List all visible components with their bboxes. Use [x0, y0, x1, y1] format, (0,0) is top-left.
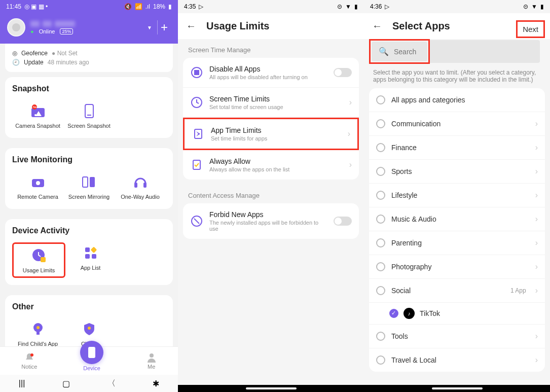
home-indicator-bar — [364, 385, 550, 392]
search-input-wrapper[interactable]: 🔍 — [372, 42, 427, 61]
phone-1: 11:45 ◎ ▣ ▦ • 🔇 📶 .ıl 18% ▮ ● Online 25%… — [0, 0, 178, 392]
battery-icon: ▮ — [354, 3, 358, 10]
toggle[interactable] — [334, 217, 352, 226]
add-button[interactable]: + — [157, 20, 171, 34]
shield-icon — [83, 322, 95, 336]
chevron-right-icon: › — [535, 215, 538, 224]
screen-mirroring[interactable]: Screen Mirroring — [63, 171, 115, 202]
category-finance[interactable]: Finance› — [369, 136, 545, 160]
battery-pct: 18% — [153, 3, 165, 10]
svg-text:New: New — [33, 105, 38, 109]
android-nav: ||| ▢ 〈 ✱ — [0, 375, 178, 392]
category-photography[interactable]: Photography› — [369, 255, 545, 279]
profile-dropdown-icon[interactable]: ▼ — [147, 25, 152, 30]
app-list[interactable]: App List — [65, 242, 116, 278]
radio[interactable] — [376, 167, 385, 176]
chevron-right-icon: › — [535, 191, 538, 200]
category-sports[interactable]: Sports› — [369, 160, 545, 184]
chevron-right-icon: › — [349, 160, 352, 169]
category-music-audio[interactable]: Music & Audio› — [369, 207, 545, 231]
svg-rect-8 — [83, 177, 88, 187]
setting-icon — [190, 158, 203, 171]
radio[interactable] — [376, 95, 385, 104]
wifi-icon: 📶 — [135, 3, 142, 10]
setting-forbid-new-apps[interactable]: Forbid New AppsThe newly installed apps … — [183, 203, 359, 239]
camera-icon — [31, 176, 45, 188]
recent-icon[interactable]: ||| — [19, 379, 25, 388]
profile-name — [30, 21, 142, 27]
device-details: ◎ Geofence ● Not Set 🕘 Update 48 minutes… — [5, 44, 173, 72]
screen-snapshot[interactable]: Screen Snapshot — [63, 100, 115, 131]
monitoring-title: Live Monitoring — [12, 155, 166, 164]
radio[interactable] — [376, 215, 385, 224]
svg-rect-14 — [85, 247, 90, 252]
phone-2: 4:35 ▷ ⊝ ▼ ▮ ← Usage Limits Screen Time … — [178, 0, 364, 392]
radio[interactable] — [376, 355, 385, 365]
svg-rect-17 — [92, 254, 96, 259]
nav-notice[interactable]: Notice — [21, 352, 37, 370]
toggle[interactable] — [334, 68, 352, 77]
camera-snapshot-icon: New — [29, 104, 47, 118]
camera-snapshot[interactable]: New Camera Snapshot — [12, 100, 63, 131]
category-communication[interactable]: Communication› — [369, 112, 545, 136]
search-bar-rest[interactable] — [430, 40, 540, 63]
app-tiktok[interactable]: ♪TikTok — [369, 303, 545, 325]
update-value: 48 minutes ago — [48, 59, 89, 66]
category-parenting[interactable]: Parenting› — [369, 231, 545, 255]
category-travel-local[interactable]: Travel & Local› — [369, 348, 545, 372]
accessibility-icon[interactable]: ✱ — [153, 379, 159, 388]
radio[interactable] — [376, 332, 385, 341]
back-button[interactable]: ← — [372, 20, 382, 32]
home-indicator-bar — [178, 385, 364, 392]
battery-icon: ▮ — [540, 3, 544, 10]
nav-me[interactable]: Me — [146, 352, 157, 370]
status-bar: 4:35 ▷ ⊝ ▼ ▮ — [178, 0, 364, 13]
radio-checked[interactable] — [389, 309, 398, 318]
dnd-icon: ⊝ — [523, 3, 528, 10]
activity-card: Device Activity Usage Limits App List — [5, 219, 173, 285]
svg-point-20 — [36, 326, 40, 329]
setting-disable-all-apps[interactable]: Disable All AppsAll apps will be disable… — [183, 58, 359, 88]
setting-always-allow[interactable]: Always AllowAlways allow the apps on the… — [183, 150, 359, 180]
setting-screen-time-limits[interactable]: Screen Time LimitsSet total time of scre… — [183, 88, 359, 118]
radio[interactable] — [376, 262, 385, 271]
other-title: Other — [12, 302, 166, 311]
svg-rect-26 — [194, 70, 199, 75]
status-bar: 11:45 ◎ ▣ ▦ • 🔇 📶 .ıl 18% ▮ — [0, 0, 178, 13]
svg-rect-19 — [36, 332, 40, 335]
back-button[interactable]: ← — [186, 20, 196, 32]
device-fab-icon — [80, 341, 103, 364]
avatar[interactable] — [7, 18, 25, 37]
usage-limits[interactable]: Usage Limits — [12, 242, 65, 278]
radio[interactable] — [376, 238, 385, 247]
radio[interactable] — [376, 119, 385, 128]
snapshot-title: Snapshot — [12, 84, 166, 93]
remote-camera[interactable]: Remote Camera — [12, 171, 63, 202]
one-way-audio[interactable]: One-Way Audio — [115, 171, 166, 202]
category-social[interactable]: Social1 App› — [369, 279, 545, 303]
home-icon[interactable]: ▢ — [62, 379, 70, 388]
svg-rect-29 — [193, 160, 200, 169]
monitoring-card: Live Monitoring Remote Camera Screen Mir… — [5, 148, 173, 209]
person-icon — [146, 352, 157, 363]
bottom-nav: Notice Device Me — [0, 346, 178, 375]
chevron-right-icon: › — [535, 332, 538, 341]
svg-rect-13 — [41, 257, 46, 262]
back-icon[interactable]: 〈 — [107, 378, 116, 389]
chevron-right-icon: › — [535, 143, 538, 152]
setting-app-time-limits[interactable]: App Time LimitsSet time limits for apps› — [183, 118, 359, 150]
category-lifestyle[interactable]: Lifestyle› — [369, 184, 545, 207]
phone-3: 4:36 ▷ ⊝ ▼ ▮ ← Select Apps Next 🔍 Select… — [364, 0, 550, 392]
mirroring-icon — [82, 176, 97, 188]
next-button[interactable]: Next — [516, 20, 545, 38]
radio[interactable] — [376, 191, 385, 200]
category-all-apps-and-categories[interactable]: All apps and categories — [369, 88, 545, 112]
radio[interactable] — [376, 286, 385, 295]
category-tools[interactable]: Tools› — [369, 325, 545, 348]
status-icons-left: ◎ ▣ ▦ • — [24, 3, 48, 10]
wifi-icon: ▼ — [531, 3, 537, 10]
chevron-right-icon: › — [535, 119, 538, 128]
nav-device[interactable]: Device — [80, 351, 103, 371]
activity-title: Device Activity — [12, 226, 166, 235]
radio[interactable] — [376, 143, 385, 152]
